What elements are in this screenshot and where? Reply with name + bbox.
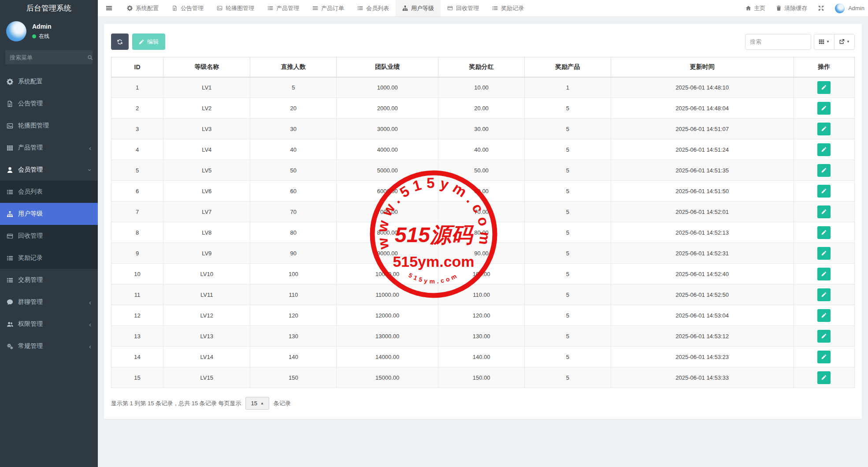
cell-id: 1: [111, 77, 163, 98]
pencil-icon: [821, 188, 827, 194]
sidebar-item-user-level[interactable]: 用户等级: [0, 203, 98, 225]
sidebar-item-label: 回收管理: [18, 232, 91, 240]
sidebar-item-member-list[interactable]: 会员列表: [0, 181, 98, 203]
edit-row-button[interactable]: [817, 123, 831, 135]
sidebar-item-general[interactable]: 常规管理 ‹: [0, 335, 98, 357]
navbar-user[interactable]: Admin: [835, 4, 864, 13]
cell-team-performance: 11000.00: [337, 284, 438, 305]
edit-row-button[interactable]: [817, 309, 831, 322]
cell-team-performance: 13000.00: [337, 326, 438, 347]
sidebar-item-reward-records[interactable]: 奖励记录: [0, 247, 98, 269]
col-reward-products[interactable]: 奖励产品: [524, 57, 611, 77]
cell-updated-time: 2025-06-01 14:53:23: [611, 347, 794, 367]
table-panel: 编辑 ▼ ▼: [104, 24, 862, 419]
users-icon: [7, 321, 13, 328]
cell-reward-dividend: 100.00: [438, 264, 525, 284]
edit-row-button[interactable]: [817, 102, 831, 115]
table-row: 9 LV9 90 9000.00 90.00 5 2025-06-01 14:5…: [111, 243, 855, 264]
cell-direct-referrals: 150: [250, 367, 337, 388]
fullscreen-button[interactable]: [818, 5, 824, 11]
table-row: 13 LV13 130 13000.00 130.00 5 2025-06-01…: [111, 326, 855, 347]
sidebar-item-products[interactable]: 产品管理 ‹: [0, 137, 98, 159]
table-row: 5 LV5 50 5000.00 50.00 5 2025-06-01 14:5…: [111, 160, 855, 181]
refresh-button[interactable]: [111, 34, 129, 50]
tab-recycle[interactable]: 回收管理: [441, 0, 486, 16]
edit-row-button[interactable]: [817, 351, 831, 363]
edit-row-button[interactable]: [817, 143, 831, 156]
sidebar-menu: 系统配置 公告管理 轮播图管理 产品管理 ‹ 会员管理 › 会员列表: [0, 71, 98, 357]
col-id[interactable]: ID: [111, 57, 163, 77]
user-status: 在线: [32, 33, 52, 40]
sidebar-item-carousel[interactable]: 轮播图管理: [0, 115, 98, 137]
gear-icon: [127, 5, 133, 11]
tab-carousel[interactable]: 轮播图管理: [210, 0, 261, 16]
sidebar-item-label: 交易管理: [18, 276, 91, 284]
cell-actions: [794, 264, 854, 284]
edit-row-button[interactable]: [817, 81, 831, 94]
sidebar-item-members[interactable]: 会员管理 ›: [0, 159, 98, 181]
cell-updated-time: 2025-06-01 14:51:24: [611, 139, 794, 160]
sidebar-toggle-button[interactable]: [98, 0, 120, 16]
tab-label: 会员列表: [366, 4, 389, 12]
sidebar-item-label: 产品管理: [18, 144, 84, 152]
cell-direct-referrals: 40: [250, 139, 337, 160]
tab-products[interactable]: 产品管理: [261, 0, 306, 16]
edit-row-button[interactable]: [817, 205, 831, 218]
cell-actions: [794, 98, 854, 119]
tab-user-level[interactable]: 用户等级: [396, 0, 441, 16]
app-title: 后台管理系统: [0, 0, 98, 17]
edit-row-button[interactable]: [817, 185, 831, 198]
cell-actions: [794, 202, 854, 222]
edit-row-button[interactable]: [817, 164, 831, 177]
home-link[interactable]: 主页: [746, 4, 765, 12]
edit-row-button[interactable]: [817, 247, 831, 260]
cell-id: 5: [111, 160, 163, 181]
sidebar-search: [5, 50, 93, 64]
tab-system-config[interactable]: 系统配置: [120, 0, 165, 16]
cell-id: 12: [111, 305, 163, 326]
table-search-input[interactable]: [745, 34, 811, 50]
cell-level-name: LV3: [163, 119, 250, 139]
export-dropdown-button[interactable]: ▼: [834, 34, 855, 50]
tab-member-list[interactable]: 会员列表: [351, 0, 396, 16]
cell-updated-time: 2025-06-01 14:52:13: [611, 222, 794, 243]
cell-team-performance: 10000.00: [337, 264, 438, 284]
cell-reward-products: 5: [524, 222, 611, 243]
cell-direct-referrals: 130: [250, 326, 337, 347]
sidebar-item-system-config[interactable]: 系统配置: [0, 71, 98, 93]
sidebar-item-transactions[interactable]: 交易管理: [0, 269, 98, 291]
sidebar-item-group-chat[interactable]: 群聊管理 ‹: [0, 291, 98, 313]
col-reward-dividend[interactable]: 奖励分红: [438, 57, 525, 77]
cell-team-performance: 7000.00: [337, 202, 438, 222]
tab-product-orders[interactable]: 产品订单: [306, 0, 351, 16]
edit-row-button[interactable]: [817, 330, 831, 343]
sidebar-item-announcement[interactable]: 公告管理: [0, 93, 98, 115]
edit-row-button[interactable]: [817, 268, 831, 280]
cell-reward-products: 5: [524, 284, 611, 305]
columns-dropdown-button[interactable]: ▼: [814, 34, 835, 50]
table-row: 1 LV1 5 1000.00 10.00 1 2025-06-01 14:48…: [111, 77, 855, 98]
page-size-dropdown[interactable]: 15 ▲: [245, 397, 269, 410]
sidebar-item-recycle[interactable]: 回收管理: [0, 225, 98, 247]
edit-button[interactable]: 编辑: [132, 34, 165, 50]
sidebar-item-label: 奖励记录: [18, 254, 91, 262]
sidebar-item-permissions[interactable]: 权限管理 ‹: [0, 313, 98, 335]
clear-cache-label: 清除缓存: [784, 4, 807, 12]
edit-row-button[interactable]: [817, 226, 831, 239]
col-direct-referrals[interactable]: 直推人数: [250, 57, 337, 77]
chevron-left-icon: ‹: [89, 343, 91, 350]
col-updated-time[interactable]: 更新时间: [611, 57, 794, 77]
edit-row-button[interactable]: [817, 288, 831, 301]
tab-announcement[interactable]: 公告管理: [165, 0, 210, 16]
cell-updated-time: 2025-06-01 14:51:07: [611, 119, 794, 139]
col-level-name[interactable]: 等级名称: [163, 57, 250, 77]
sidebar-search-input[interactable]: [10, 54, 87, 61]
tab-reward-records[interactable]: 奖励记录: [486, 0, 530, 16]
col-team-performance[interactable]: 团队业绩: [337, 57, 438, 77]
pencil-icon: [821, 85, 827, 90]
edit-row-button[interactable]: [817, 371, 831, 384]
table-row: 7 LV7 70 7000.00 70.00 5 2025-06-01 14:5…: [111, 202, 855, 222]
cell-level-name: LV10: [163, 264, 250, 284]
cell-id: 10: [111, 264, 163, 284]
clear-cache-link[interactable]: 清除缓存: [776, 4, 807, 12]
